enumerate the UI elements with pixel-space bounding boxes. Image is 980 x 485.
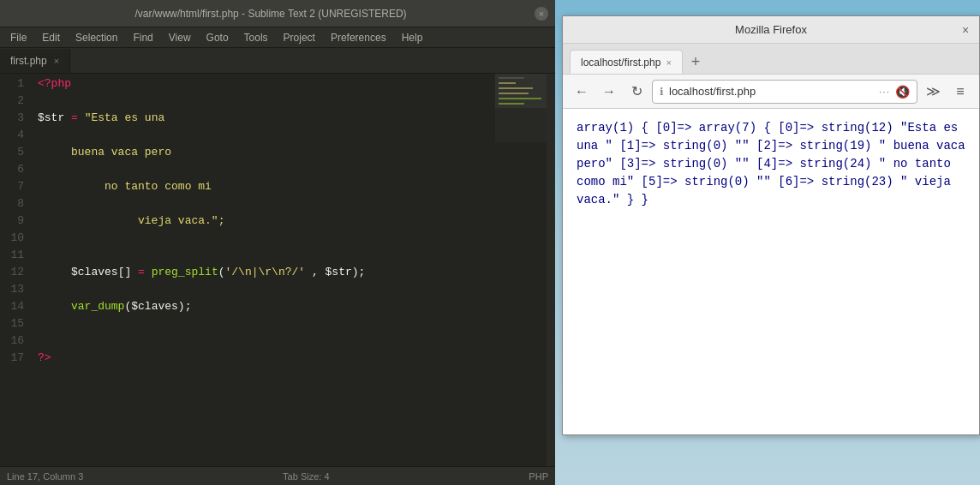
menu-selection[interactable]: Selection [69, 30, 124, 45]
tab-first-php[interactable]: first.php × [0, 49, 70, 73]
url-bar[interactable]: ℹ localhost/first.php ··· 🔇 [652, 80, 917, 104]
menu-goto[interactable]: Goto [200, 30, 236, 45]
sublime-title: /var/www/html/first.php - Sublime Text 2… [7, 8, 535, 20]
code-line-4 [38, 127, 547, 144]
code-editor[interactable]: <?php $str = "Esta es una buena vaca per… [31, 74, 547, 466]
menu-file[interactable]: File [3, 30, 33, 45]
firefox-close-button[interactable]: × [959, 23, 972, 37]
menu-find[interactable]: Find [126, 30, 159, 45]
code-line-1: <?php [38, 75, 547, 93]
code-line-16 [38, 332, 547, 350]
tab-close-button[interactable]: × [54, 57, 59, 66]
code-line-13 [38, 281, 547, 298]
code-line-9: vieja vaca."; [38, 213, 547, 230]
firefox-window: Mozilla Firefox × localhost/first.php × … [562, 15, 980, 435]
tab-size: Tab Size: 4 [283, 471, 329, 482]
cursor-position: Line 17, Column 3 [7, 471, 83, 482]
menu-tools[interactable]: Tools [237, 30, 275, 45]
firefox-tab[interactable]: localhost/first.php × [570, 50, 683, 74]
sidebar-toggle[interactable]: ≫ [921, 80, 945, 104]
menu-project[interactable]: Project [277, 30, 322, 45]
minimap [495, 74, 547, 142]
code-line-15 [38, 315, 547, 332]
code-line-3: $str = "Esta es una [38, 110, 547, 127]
code-line-12: $claves[] = preg_split('/\n|\r\n?/' , $s… [38, 264, 547, 281]
line-numbers: 1 2 3 4 5 6 7 8 9 10 11 12 13 14 15 16 1… [0, 74, 31, 466]
url-info-icon: ℹ [660, 86, 664, 98]
code-line-6 [38, 161, 547, 178]
sublime-close-button[interactable]: × [535, 7, 548, 21]
browser-content: array(1) { [0]=> array(7) { [0]=> string… [563, 109, 979, 434]
url-text: localhost/first.php [669, 85, 874, 98]
firefox-toolbar: ← → ↻ ℹ localhost/first.php ··· 🔇 ≫ ≡ [563, 75, 979, 109]
sublime-tabs: first.php × [0, 48, 555, 74]
code-line-10 [38, 230, 547, 247]
tab-url-label: localhost/first.php [581, 57, 660, 69]
firefox-menu-button[interactable]: ≡ [948, 80, 972, 104]
page-output: array(1) { [0]=> array(7) { [0]=> string… [577, 121, 965, 207]
menu-edit[interactable]: Edit [35, 30, 67, 45]
svg-rect-7 [495, 74, 547, 108]
code-line-7: no tanto como mi [38, 178, 547, 195]
code-line-2 [38, 93, 547, 110]
tab-label: first.php [10, 55, 47, 67]
firefox-tab-close-button[interactable]: × [666, 57, 671, 68]
sublime-titlebar: /var/www/html/first.php - Sublime Text 2… [0, 0, 555, 27]
firefox-tabbar: localhost/first.php × + [563, 44, 979, 75]
code-line-14: var_dump($claves); [38, 298, 547, 315]
code-line-5: buena vaca pero [38, 144, 547, 161]
scrollbar[interactable] [547, 74, 555, 466]
sublime-editor: 1 2 3 4 5 6 7 8 9 10 11 12 13 14 15 16 1… [0, 74, 555, 466]
sublime-window: /var/www/html/first.php - Sublime Text 2… [0, 0, 555, 485]
back-button[interactable]: ← [570, 80, 594, 104]
reader-mode-icon: 🔇 [895, 85, 910, 99]
statusbar: Line 17, Column 3 Tab Size: 4 PHP [0, 466, 555, 485]
syntax-label: PHP [529, 471, 548, 482]
code-line-17: ?> [38, 350, 547, 367]
firefox-title: Mozilla Firefox [583, 23, 959, 36]
menu-help[interactable]: Help [395, 30, 430, 45]
firefox-titlebar: Mozilla Firefox × [563, 16, 979, 44]
menu-view[interactable]: View [162, 30, 198, 45]
url-options-icon: ··· [879, 86, 890, 98]
code-line-8 [38, 195, 547, 213]
refresh-button[interactable]: ↻ [624, 80, 648, 104]
forward-button[interactable]: → [597, 80, 621, 104]
new-tab-button[interactable]: + [684, 50, 708, 74]
sublime-menubar: File Edit Selection Find View Goto Tools… [0, 27, 555, 48]
code-line-11 [38, 247, 547, 264]
menu-preferences[interactable]: Preferences [324, 30, 393, 45]
